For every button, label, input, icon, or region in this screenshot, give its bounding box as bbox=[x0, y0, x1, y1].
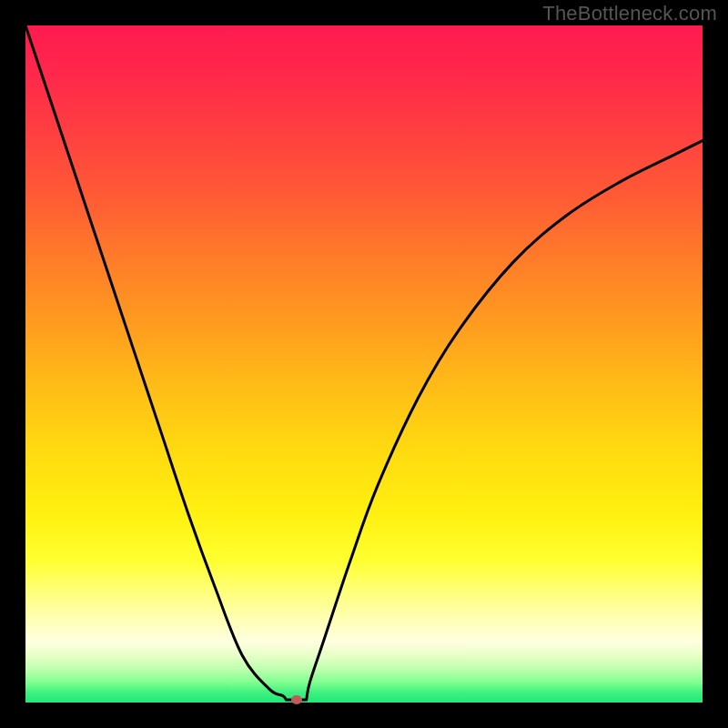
watermark-text: TheBottleneck.com bbox=[542, 2, 717, 25]
curve-svg bbox=[25, 25, 703, 703]
bottleneck-curve bbox=[25, 25, 703, 700]
chart-frame: TheBottleneck.com bbox=[0, 0, 728, 728]
minimum-marker bbox=[291, 695, 302, 704]
plot-area bbox=[25, 25, 703, 703]
